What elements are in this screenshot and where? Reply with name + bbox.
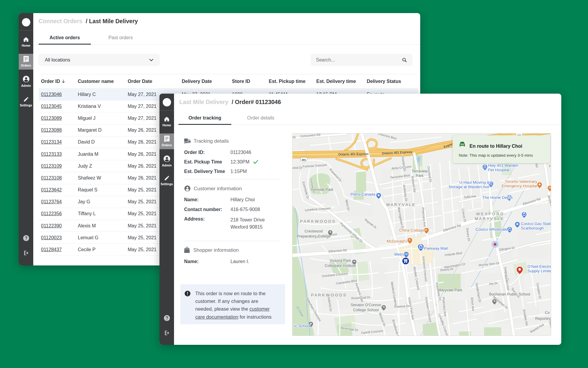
svg-text:Ontario 401 Express: Ontario 401 Express — [338, 152, 369, 156]
svg-text:The Home Depot: The Home Depot — [482, 195, 513, 200]
svg-text:Park: Park — [416, 174, 424, 178]
svg-text:Senator O'Connor: Senator O'Connor — [351, 303, 381, 307]
svg-text:Buchanan Public School: Buchanan Public School — [489, 292, 530, 296]
svg-text:Victoria Park: Victoria Park — [330, 258, 351, 263]
svg-text:Terraview: Terraview — [412, 169, 428, 173]
svg-text:M A R Y V A L E: M A R Y V A L E — [475, 216, 503, 221]
svg-text:Metro: Metro — [394, 252, 404, 257]
svg-text:M A R Y V A L E: M A R Y V A L E — [386, 202, 415, 207]
svg-text:Scarborough: Scarborough — [521, 226, 544, 230]
svg-text:Parkway Mall: Parkway Mall — [424, 246, 448, 251]
svg-text:W E X F O R D -: W E X F O R D - — [476, 212, 506, 216]
svg-text:P A R K W O O D S: P A R K W O O D S — [311, 293, 346, 297]
svg-text:Supply Limited: Supply Limited — [527, 269, 551, 273]
svg-text:Toronto Veterinary: Toronto Veterinary — [505, 179, 537, 184]
svg-text:Emergency Hospital: Emergency Hospital — [502, 184, 537, 188]
svg-text:401: 401 — [302, 158, 306, 161]
svg-text:U-Haul Moving &: U-Haul Moving & — [459, 180, 489, 185]
svg-text:Fenside Park: Fenside Park — [311, 188, 333, 192]
svg-text:Maryvale Park: Maryvale Park — [438, 288, 462, 292]
svg-text:Costco Gas Station: Costco Gas Station — [521, 221, 551, 226]
svg-text:Storage at Warden Ave: Storage at Warden Ave — [448, 185, 489, 189]
svg-text:O'Neil Electric: O'Neil Electric — [527, 264, 551, 269]
svg-text:College School: College School — [353, 308, 379, 312]
svg-text:Reporting: Reporting — [535, 316, 551, 321]
svg-text:Preparatory College: Preparatory College — [297, 234, 331, 238]
svg-text:Hwy 401 Warden: Hwy 401 Warden — [488, 163, 518, 168]
svg-text:ent: ent — [293, 136, 295, 139]
svg-text:Petro-Canada: Petro-Canada — [350, 192, 375, 196]
svg-text:Fl: Fl — [549, 165, 551, 168]
svg-text:Costco Wholesale: Costco Wholesale — [475, 227, 508, 232]
svg-text:Collegiate Institute: Collegiate Institute — [325, 263, 356, 268]
svg-text:ic School: ic School — [294, 324, 310, 328]
svg-text:P A R K W O O D S: P A R K W O O D S — [300, 219, 335, 224]
svg-text:wood Dr: wood Dr — [293, 166, 303, 169]
svg-text:Co: Co — [545, 310, 550, 315]
svg-text:China Cottage: China Cottage — [399, 228, 425, 232]
svg-text:McDonald's: McDonald's — [387, 239, 407, 243]
svg-text:Pet Hospital: Pet Hospital — [488, 168, 509, 172]
svg-text:Crestwood: Crestwood — [304, 229, 323, 233]
